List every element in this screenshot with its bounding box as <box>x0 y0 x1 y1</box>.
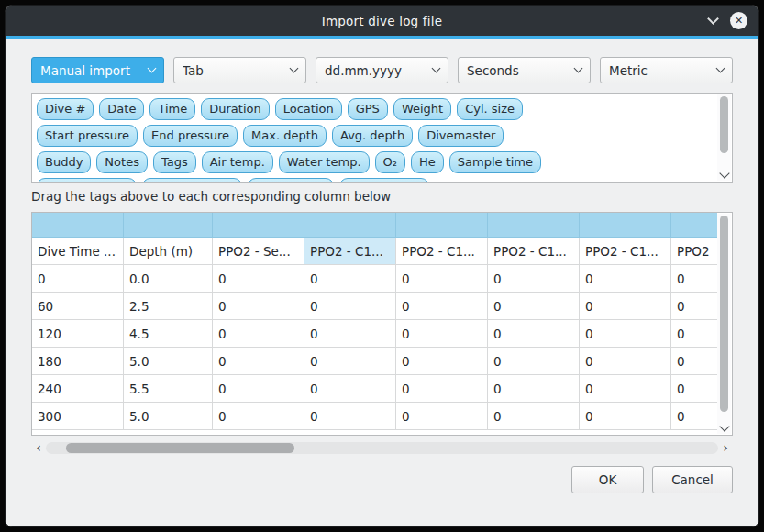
drop-target-cell[interactable] <box>488 213 580 238</box>
tag-panel-scrollbar[interactable] <box>717 94 731 181</box>
dropdown-import-mode[interactable]: Manual import <box>31 57 164 83</box>
cancel-button[interactable]: Cancel <box>652 466 733 493</box>
tag-weight[interactable]: Weight <box>393 98 451 120</box>
window-title: Import dive log file <box>322 14 442 28</box>
dropdown-field-separator[interactable]: Tab <box>173 57 306 83</box>
drop-target-cell[interactable] <box>124 213 213 238</box>
tag-gps[interactable]: GPS <box>348 98 388 120</box>
scrollbar-thumb[interactable] <box>720 96 728 153</box>
tag-he[interactable]: He <box>411 151 444 173</box>
tag-location[interactable]: Location <box>275 98 342 120</box>
table-scrollbar[interactable] <box>717 214 731 434</box>
tag-max-depth[interactable]: Max. depth <box>243 125 327 147</box>
chevron-down-icon[interactable] <box>707 13 719 25</box>
table-cell: 0 <box>488 403 580 430</box>
drop-target-cell[interactable] <box>671 213 717 238</box>
table-cell: 0 <box>396 293 488 320</box>
drop-target-row <box>32 213 717 238</box>
table-cell: 5.0 <box>124 403 213 430</box>
hscroll-thumb[interactable] <box>66 443 294 453</box>
table-cell: 0 <box>488 293 580 320</box>
table-cell: 0 <box>396 320 488 348</box>
table-row: 1204.5000000 <box>32 320 717 348</box>
tag-sample-po[interactable]: Sample pO₂ <box>248 178 335 183</box>
table-cell: 2.5 <box>124 293 213 320</box>
tag-water-temp[interactable]: Water temp. <box>279 151 370 173</box>
table-cell: 0 <box>304 265 396 293</box>
scrollbar-thumb[interactable] <box>720 216 728 412</box>
tag-tags[interactable]: Tags <box>153 151 196 173</box>
tag-start-pressure[interactable]: Start pressure <box>37 125 138 147</box>
tag-sample-temp[interactable]: Sample temp. <box>142 178 242 183</box>
drop-target-cell[interactable] <box>213 213 304 238</box>
dropdown-value: Metric <box>609 63 717 78</box>
close-button[interactable]: ✕ <box>730 12 747 29</box>
table-hscrollbar[interactable]: ‹ › <box>31 441 733 455</box>
dropdown-duration-format[interactable]: Seconds <box>458 57 591 83</box>
table-cell: 0 <box>213 320 304 348</box>
drop-target-cell[interactable] <box>32 213 124 238</box>
tag-duration[interactable]: Duration <box>201 98 269 120</box>
table-cell: 0 <box>213 375 304 403</box>
tag-sample-cns[interactable]: Sample CNS <box>339 178 429 183</box>
table-row: 602.5000000 <box>32 293 717 320</box>
table-cell: 0 <box>671 375 717 403</box>
drop-target-cell[interactable] <box>396 213 488 238</box>
table-row: 3005.0000000 <box>32 403 717 430</box>
table-row: 1805.0000000 <box>32 348 717 375</box>
table-cell: 60 <box>32 293 124 320</box>
drop-target-cell[interactable] <box>304 213 396 238</box>
column-header: PPO2 - C1... <box>304 238 396 265</box>
column-header: Dive Time ... <box>32 238 124 265</box>
dropdown-date-format[interactable]: dd.mm.yyyy <box>316 57 448 83</box>
table-cell: 0 <box>396 403 488 430</box>
table-cell: 240 <box>32 375 124 403</box>
chevron-down-icon <box>716 64 725 73</box>
tag-row: BuddyNotesTagsAir temp.Water temp.O₂HeSa… <box>37 151 712 173</box>
table-cell: 0 <box>580 403 671 430</box>
scroll-right-icon[interactable]: › <box>718 441 733 455</box>
dropdown-value: Tab <box>183 63 291 78</box>
table-cell: 0 <box>488 265 580 293</box>
drop-target-cell[interactable] <box>580 213 671 238</box>
tag-air-temp[interactable]: Air temp. <box>202 151 273 173</box>
tag-cyl-size[interactable]: Cyl. size <box>457 98 523 120</box>
column-header: PPO2 <box>671 238 717 265</box>
dropdown-value: Seconds <box>467 63 575 78</box>
tag-notes[interactable]: Notes <box>96 151 148 173</box>
tag-time[interactable]: Time <box>149 98 195 120</box>
table-cell: 300 <box>32 403 124 430</box>
import-dialog: Import dive log file ✕ Manual importTabd… <box>5 5 759 527</box>
scroll-down-icon[interactable] <box>719 421 729 431</box>
table-cell: 0 <box>304 293 396 320</box>
tag-end-pressure[interactable]: End pressure <box>143 125 238 147</box>
chevron-down-icon <box>148 64 157 73</box>
table-cell: 0.0 <box>124 265 213 293</box>
scroll-down-icon[interactable] <box>719 168 729 178</box>
tag-date[interactable]: Date <box>99 98 144 120</box>
table-cell: 0 <box>488 375 580 403</box>
table-cell: 0 <box>580 265 671 293</box>
dropdown-value: dd.mm.yyyy <box>325 63 433 78</box>
tag-sample-depth[interactable]: Sample depth <box>37 178 137 183</box>
close-icon: ✕ <box>735 15 743 27</box>
hscroll-track[interactable] <box>46 442 718 454</box>
column-header: Depth (m) <box>124 238 213 265</box>
tag-sample-time[interactable]: Sample time <box>449 151 541 173</box>
column-header: PPO2 - C1... <box>488 238 580 265</box>
scroll-left-icon[interactable]: ‹ <box>31 441 46 455</box>
tag-divemaster[interactable]: Divemaster <box>418 125 504 147</box>
dropdown-units[interactable]: Metric <box>600 57 733 83</box>
table-cell: 5.0 <box>124 348 213 375</box>
tag-o[interactable]: O₂ <box>375 151 405 173</box>
column-header: PPO2 - C1... <box>396 238 488 265</box>
column-header: PPO2 - Se... <box>213 238 304 265</box>
table-cell: 5.5 <box>124 375 213 403</box>
titlebar-buttons: ✕ <box>709 6 747 36</box>
tag-buddy[interactable]: Buddy <box>37 151 91 173</box>
tag-dive[interactable]: Dive # <box>37 98 94 120</box>
table-cell: 0 <box>671 320 717 348</box>
ok-button[interactable]: OK <box>571 466 644 493</box>
titlebar[interactable]: Import dive log file ✕ <box>6 6 758 36</box>
tag-avg-depth[interactable]: Avg. depth <box>332 125 413 147</box>
